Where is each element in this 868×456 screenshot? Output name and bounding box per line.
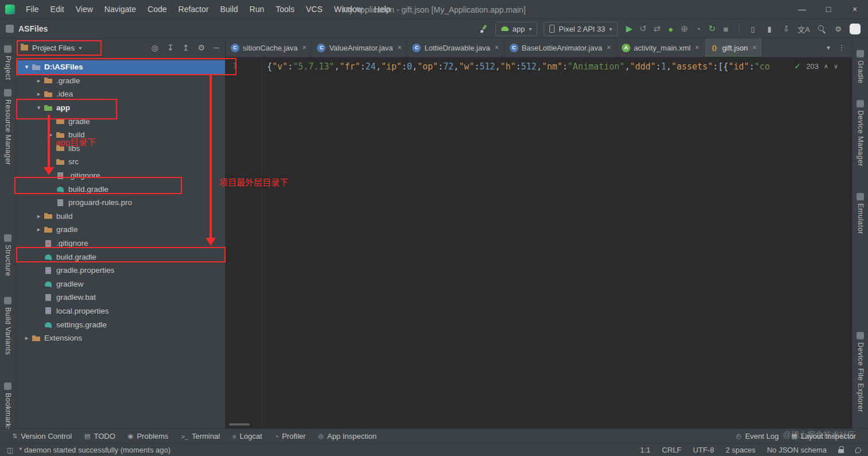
- run-config-dropdown[interactable]: app ▾: [495, 22, 538, 36]
- device-dropdown[interactable]: Pixel 2 API 33 ▾: [544, 22, 618, 36]
- tool-button-bookmarks[interactable]: Bookmarks: [4, 382, 12, 431]
- tree-item-build-gradle[interactable]: build.gradle: [16, 250, 225, 264]
- status-1-1[interactable]: 1:1: [640, 446, 650, 454]
- tree-item-gitignore[interactable]: .gitignore: [16, 169, 225, 183]
- apply-code-changes-button[interactable]: ⇄: [650, 21, 664, 36]
- tab-baselottieanimator-java[interactable]: CBaseLottieAnimator.java×: [505, 38, 617, 57]
- tool-button-layout-inspector[interactable]: ▦Layout Inspector: [785, 432, 862, 440]
- tool-button-emulator[interactable]: Emulator: [857, 193, 865, 234]
- close-tab-icon[interactable]: ×: [397, 44, 401, 52]
- tool-button-gradle[interactable]: Gradle: [857, 50, 865, 84]
- expand-all-button[interactable]: ↧: [167, 43, 174, 52]
- status-crlf[interactable]: CRLF: [662, 446, 681, 454]
- status-2-spaces[interactable]: 2 spaces: [726, 446, 755, 454]
- tree-item-libs[interactable]: libs: [16, 142, 225, 156]
- tool-button-project[interactable]: Project: [4, 45, 12, 80]
- profile-button[interactable]: ◔: [691, 21, 705, 36]
- menu-file[interactable]: File: [20, 0, 45, 18]
- status-utf-8[interactable]: UTF-8: [693, 446, 714, 454]
- translate-button[interactable]: 文A: [796, 21, 812, 36]
- chevron-right-icon[interactable]: ▸: [34, 77, 44, 84]
- tree-item-local-properties[interactable]: local.properties: [16, 304, 225, 318]
- panel-settings-button[interactable]: ⚙: [198, 43, 206, 52]
- tree-item-idea[interactable]: ▸.idea: [16, 87, 225, 101]
- chevron-right-icon[interactable]: ▸: [22, 334, 32, 342]
- tool-button-todo[interactable]: ▤TODO: [78, 429, 122, 443]
- tree-item-gradlew[interactable]: gradlew: [16, 277, 225, 291]
- tree-item-gradle[interactable]: ▸gradle: [16, 223, 225, 237]
- tree-item-build[interactable]: ▸build: [16, 128, 225, 142]
- close-tab-icon[interactable]: ×: [302, 44, 306, 52]
- menu-view[interactable]: View: [70, 0, 99, 18]
- tool-button-structure[interactable]: Structure: [4, 234, 12, 276]
- horizontal-scrollbar[interactable]: [229, 423, 250, 426]
- tool-button-app-inspection[interactable]: ◎App Inspection: [312, 429, 383, 443]
- profile-avatar[interactable]: [848, 21, 862, 36]
- tool-button-event-log[interactable]: ◴Event Log: [730, 432, 785, 440]
- tool-button-problems[interactable]: ◉Problems: [122, 429, 175, 443]
- search-everywhere-button[interactable]: [815, 21, 828, 36]
- project-name[interactable]: ASFiles: [18, 24, 48, 33]
- menu-code[interactable]: Code: [142, 0, 172, 18]
- stop-button[interactable]: ■: [719, 21, 733, 36]
- menu-refactor[interactable]: Refactor: [173, 0, 215, 18]
- menu-tools[interactable]: Tools: [270, 0, 300, 18]
- close-tab-icon[interactable]: ×: [607, 44, 611, 52]
- menu-navigate[interactable]: Navigate: [99, 0, 142, 18]
- chevron-down-icon[interactable]: ▾: [34, 104, 44, 111]
- tree-item-proguard-rules-pro[interactable]: proguard-rules.pro: [16, 196, 225, 210]
- paintbrush-icon[interactable]: [477, 21, 491, 36]
- tab-lottiedrawable-java[interactable]: CLottieDrawable.java×: [407, 38, 504, 57]
- tool-button-resource-manager[interactable]: Resource Manager: [4, 89, 12, 165]
- tool-button-terminal[interactable]: >_Terminal: [175, 429, 226, 443]
- tool-button-build-variants[interactable]: Build Variants: [4, 297, 12, 355]
- tab-valueanimator-java[interactable]: CValueAnimator.java×: [312, 38, 407, 57]
- apply-changes-button[interactable]: ↺: [636, 21, 650, 36]
- tool-button-device-file-explorer[interactable]: Device File Explorer: [857, 332, 865, 412]
- chevron-right-icon[interactable]: ▸: [34, 212, 44, 220]
- locate-file-button[interactable]: ◎: [152, 43, 158, 52]
- menu-vcs[interactable]: VCS: [300, 0, 328, 18]
- tree-item-gitignore[interactable]: .gitignore: [16, 237, 225, 250]
- settings-button[interactable]: ⚙: [831, 21, 845, 36]
- chevron-right-icon[interactable]: ▸: [34, 90, 44, 98]
- close-tab-icon[interactable]: ×: [495, 44, 499, 52]
- tab-sitioncache-java[interactable]: CsitionCache.java×: [226, 38, 312, 57]
- debug-button[interactable]: ●: [664, 21, 677, 36]
- chevron-down-icon[interactable]: ▾: [22, 63, 32, 71]
- collapse-all-button[interactable]: ↥: [183, 43, 189, 52]
- hide-panel-button[interactable]: ─: [214, 43, 219, 52]
- tree-item-d-asfiles[interactable]: ▾D:\ASFiles: [16, 60, 225, 74]
- tree-item-build[interactable]: ▸build: [16, 210, 225, 223]
- menu-run[interactable]: Run: [244, 0, 270, 18]
- tool-window-layout-icon[interactable]: ◫: [7, 446, 13, 454]
- tree-item-gradle[interactable]: ▸.gradle: [16, 74, 225, 88]
- tool-button-logcat[interactable]: ≡Logcat: [226, 429, 268, 443]
- sync-gradle-button[interactable]: ↻: [705, 21, 719, 36]
- menu-build[interactable]: Build: [214, 0, 243, 18]
- maximize-button[interactable]: □: [815, 0, 842, 18]
- hidden-tabs-button[interactable]: ▾: [827, 44, 830, 52]
- tree-item-extensions[interactable]: ▸Extensions: [16, 331, 225, 345]
- avd-manager-button[interactable]: ▮: [762, 21, 776, 36]
- code-line[interactable]: {"v":"5.7.13","fr":24,"ip":0,"op":72,"w"…: [262, 57, 852, 428]
- notifications-icon[interactable]: [855, 447, 861, 453]
- tab-gift-json[interactable]: {}gift.json×: [705, 38, 762, 57]
- lock-icon[interactable]: [838, 449, 844, 453]
- tab-options-button[interactable]: ⋮: [838, 44, 845, 52]
- tree-item-build-gradle[interactable]: build.gradle: [16, 182, 225, 196]
- close-button[interactable]: ×: [842, 0, 868, 18]
- sdk-manager-button[interactable]: ⇩: [779, 21, 793, 36]
- device-manager-button[interactable]: ▯: [746, 21, 760, 36]
- tree-item-gradle[interactable]: gradle: [16, 114, 225, 128]
- tree-item-settings-gradle[interactable]: settings.gradle: [16, 318, 225, 331]
- tree-item-gradle-properties[interactable]: gradle.properties: [16, 264, 225, 277]
- tool-button-profiler[interactable]: ◔Profiler: [269, 429, 312, 443]
- menu-edit[interactable]: Edit: [45, 0, 70, 18]
- tree-item-src[interactable]: src: [16, 155, 225, 169]
- run-button[interactable]: ▶: [622, 21, 636, 36]
- tool-button-device-manager[interactable]: Device Manager: [857, 100, 865, 167]
- tree-item-app[interactable]: ▾app: [16, 101, 225, 115]
- status-no-json-schema[interactable]: No JSON schema: [767, 446, 827, 454]
- close-tab-icon[interactable]: ×: [695, 44, 699, 52]
